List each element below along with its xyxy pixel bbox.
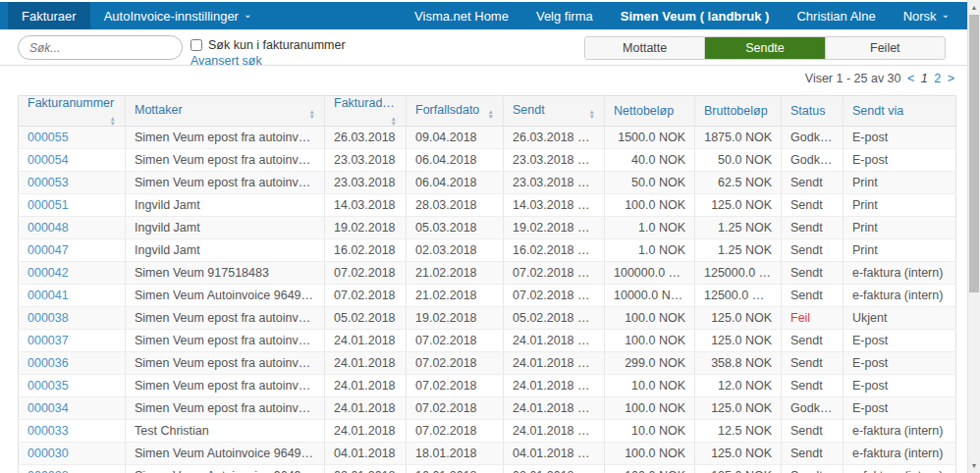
chevron-down-icon: ⌄ bbox=[942, 9, 950, 20]
invoice-number-link[interactable]: 000047 bbox=[27, 243, 69, 257]
cell-brutto: 125.0 NOK bbox=[695, 443, 782, 465]
cell-status: Sendt bbox=[782, 330, 844, 352]
nav-item-company[interactable]: Simen Veum ( landbruk ) bbox=[607, 2, 784, 29]
pagination-next[interactable]: > bbox=[948, 72, 954, 85]
cell-forfallsdato: 21.02.2018 bbox=[407, 262, 504, 285]
cell-forfallsdato: 07.02.2018 bbox=[407, 375, 504, 397]
cell-netto: 1500.0 NOK bbox=[605, 127, 695, 149]
sort-icon[interactable]: ▲▼ bbox=[110, 117, 116, 126]
invoice-number-link[interactable]: 000035 bbox=[27, 379, 69, 393]
sort-icon[interactable]: ▲▼ bbox=[589, 110, 595, 119]
column-header-forfallsdato[interactable]: Forfallsdato▲▼ bbox=[407, 96, 504, 127]
invoice-number-link[interactable]: 000034 bbox=[27, 401, 69, 415]
invoice-number-link[interactable]: 000055 bbox=[27, 131, 69, 144]
cell-sendt: 16.02.2018 09:35 bbox=[504, 239, 605, 262]
column-header-sendt[interactable]: Sendt▲▼ bbox=[504, 96, 605, 127]
invoice-number-link[interactable]: 000037 bbox=[27, 334, 69, 347]
column-label: Mottaker bbox=[135, 103, 183, 117]
cell-netto: 10.0 NOK bbox=[605, 420, 695, 443]
nav-right-group: Visma.net Home Velg firma Simen Veum ( l… bbox=[401, 2, 963, 29]
search-invoice-number-only-option[interactable]: Søk kun i fakturanummer bbox=[191, 38, 346, 52]
column-header-mottaker[interactable]: Mottaker▲▼ bbox=[126, 96, 325, 127]
table-row: 000038Simen Veum epost fra autoinvoice05… bbox=[19, 307, 956, 330]
cell-fakturadato: 23.03.2018 bbox=[325, 149, 407, 172]
nav-item-label: Visma.net Home bbox=[414, 9, 509, 24]
cell-mottaker: Simen Veum epost fra autoinvoice bbox=[126, 330, 325, 352]
table-row: 000035Simen Veum epost fra autoinvoice24… bbox=[19, 375, 956, 397]
cell-status: Sendt bbox=[782, 217, 844, 239]
cell-invoice-number: 000038 bbox=[19, 307, 126, 330]
invoice-number-link[interactable]: 000042 bbox=[27, 266, 69, 280]
pagination-prev[interactable]: < bbox=[907, 72, 914, 85]
cell-status: Sendt bbox=[782, 465, 844, 473]
cell-mottaker: Simen Veum Autoinvoice 964972621 bbox=[126, 465, 325, 473]
cell-brutto: 50.0 NOK bbox=[695, 149, 782, 172]
scrollbar-down-arrow-icon[interactable]: ▼ bbox=[968, 459, 980, 472]
nav-item-velg-firma[interactable]: Velg firma bbox=[522, 2, 607, 29]
table-row: 000041Simen Veum Autoinvoice 96497262107… bbox=[19, 285, 956, 307]
table-header-row: Fakturanummer▲▼Mottaker▲▼Fakturadato▲▼Fo… bbox=[19, 96, 956, 127]
sort-icon[interactable]: ▲▼ bbox=[488, 110, 494, 119]
cell-brutto: 12.5 NOK bbox=[695, 420, 782, 443]
scrollbar-thumb[interactable] bbox=[969, 15, 979, 292]
invoice-number-link[interactable]: 000036 bbox=[27, 356, 69, 370]
cell-fakturadato: 24.01.2018 bbox=[325, 352, 407, 375]
cell-fakturadato: 14.03.2018 bbox=[325, 194, 407, 217]
search-input[interactable] bbox=[19, 36, 183, 59]
cell-mottaker: Simen Veum Autoinvoice 964972621 bbox=[126, 443, 325, 465]
sort-icon[interactable]: ▲▼ bbox=[309, 110, 315, 119]
cell-sendt: 24.01.2018 09:34 bbox=[504, 397, 605, 420]
cell-forfallsdato: 16.01.2018 bbox=[407, 465, 504, 473]
invoice-table-body: 000055Simen Veum epost fra autoinvoice26… bbox=[19, 127, 956, 473]
column-label: Bruttobeløp bbox=[704, 104, 768, 118]
cell-sendt-via: Print bbox=[844, 172, 956, 194]
invoice-number-link[interactable]: 000038 bbox=[27, 311, 69, 325]
cell-sendt-via: Print bbox=[844, 239, 956, 262]
cell-sendt: 26.03.2018 16:39 bbox=[504, 127, 605, 149]
nav-tab-autoinvoice-settings[interactable]: AutoInvoice-innstillinger ⌄ bbox=[90, 2, 266, 29]
nav-item-language[interactable]: Norsk ⌄ bbox=[890, 2, 963, 29]
invoice-number-link[interactable]: 000030 bbox=[27, 447, 69, 460]
cell-forfallsdato: 07.02.2018 bbox=[407, 330, 504, 352]
cell-netto: 100000.0 NOK bbox=[605, 262, 695, 285]
column-header-fakturadato[interactable]: Fakturadato▲▼ bbox=[325, 96, 407, 127]
column-header-fakturanummer[interactable]: Fakturanummer▲▼ bbox=[19, 96, 126, 127]
invoice-number-link[interactable]: 000053 bbox=[27, 176, 69, 189]
cell-status: Godkjent bbox=[782, 127, 844, 149]
cell-sendt-via: E-post bbox=[844, 375, 956, 397]
nav-item-vismanet-home[interactable]: Visma.net Home bbox=[401, 2, 522, 29]
invoice-number-link[interactable]: 000041 bbox=[27, 289, 69, 302]
scrollbar-up-arrow-icon[interactable]: ▲ bbox=[968, 1, 980, 14]
cell-sendt: 23.03.2018 09:24 bbox=[504, 149, 605, 172]
sort-icon[interactable]: ▲▼ bbox=[391, 117, 397, 126]
cell-sendt: 19.02.2018 12:09 bbox=[504, 217, 605, 239]
cell-fakturadato: 16.02.2018 bbox=[325, 239, 407, 262]
cell-fakturadato: 19.02.2018 bbox=[325, 217, 407, 239]
cell-invoice-number: 000051 bbox=[19, 194, 126, 217]
cell-brutto: 358.8 NOK bbox=[695, 352, 782, 375]
invoice-number-link[interactable]: 000033 bbox=[27, 424, 69, 438]
tab-sendte[interactable]: Sendte bbox=[705, 37, 825, 59]
nav-item-user[interactable]: Christian Alne bbox=[783, 2, 889, 29]
cell-invoice-number: 000042 bbox=[19, 262, 126, 285]
invoice-number-link[interactable]: 000048 bbox=[27, 221, 69, 235]
cell-invoice-number: 000028 bbox=[19, 465, 126, 473]
nav-tab-label: Fakturaer bbox=[22, 9, 77, 24]
invoice-number-link[interactable]: 000028 bbox=[27, 469, 69, 473]
column-label: Fakturadato bbox=[334, 96, 400, 110]
table-row: 000034Simen Veum epost fra autoinvoice24… bbox=[19, 397, 956, 420]
tab-mottatte[interactable]: Mottatte bbox=[585, 37, 705, 59]
invoice-number-link[interactable]: 000054 bbox=[27, 153, 69, 167]
invoice-number-link[interactable]: 000051 bbox=[27, 198, 69, 212]
tab-feilet[interactable]: Feilet bbox=[826, 37, 945, 59]
cell-forfallsdato: 21.02.2018 bbox=[407, 285, 504, 307]
cell-brutto: 1.25 NOK bbox=[695, 239, 782, 262]
invoice-number-only-checkbox[interactable] bbox=[191, 39, 202, 51]
pagination-page-2[interactable]: 2 bbox=[934, 72, 941, 85]
cell-mottaker: Simen Veum epost fra autoinvoice bbox=[126, 172, 325, 194]
nav-tab-fakturaer[interactable]: Fakturaer bbox=[8, 2, 90, 29]
cell-forfallsdato: 06.04.2018 bbox=[407, 149, 504, 172]
cell-invoice-number: 000030 bbox=[19, 443, 126, 465]
cell-sendt: 07.02.2018 13:29 bbox=[504, 285, 605, 307]
cell-forfallsdato: 09.04.2018 bbox=[407, 127, 504, 149]
